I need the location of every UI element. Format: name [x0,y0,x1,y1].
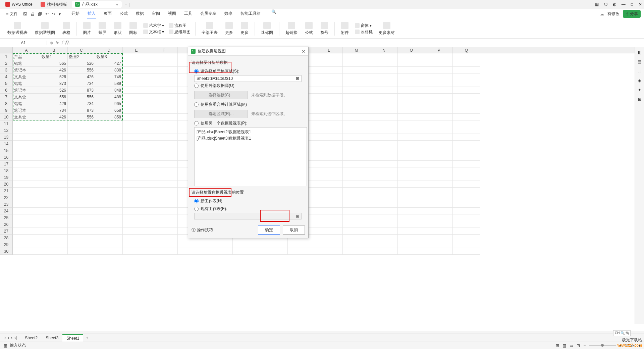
cell[interactable]: 笔记本 [13,67,40,73]
radio-multi[interactable]: 使用多重合并计算区域(M) [192,101,305,108]
row-header[interactable]: 18 [0,167,13,174]
cell[interactable] [398,174,425,181]
cell[interactable] [398,127,425,134]
cell[interactable] [95,228,123,235]
cell[interactable] [315,120,343,127]
cell[interactable] [398,107,425,114]
cell[interactable] [343,60,370,67]
cell[interactable] [343,73,370,80]
cell[interactable] [95,248,123,255]
cell[interactable]: 铅笔 [13,60,40,67]
cell[interactable] [398,181,425,188]
cell[interactable] [343,248,370,255]
cell[interactable] [370,161,398,167]
cell[interactable] [123,141,150,147]
cell[interactable]: 873 [68,87,95,94]
cell[interactable] [315,94,343,100]
cell[interactable] [425,248,453,255]
cell[interactable] [453,167,480,174]
rb-pivottable[interactable]: 数据透视表 [5,22,30,36]
cell[interactable] [343,114,370,120]
cell[interactable] [260,241,288,248]
cell[interactable] [370,208,398,214]
cell[interactable] [343,188,370,194]
tab-efficiency[interactable]: 效率 [224,9,233,18]
cell[interactable] [123,154,150,161]
cell[interactable]: 笔记本 [13,107,40,114]
cell[interactable] [205,248,233,255]
cell[interactable] [343,94,370,100]
rb-flowchart[interactable]: 流程图 [169,23,191,29]
cell[interactable] [123,235,150,241]
cell[interactable] [315,67,343,73]
cell[interactable] [370,228,398,235]
cell[interactable] [343,174,370,181]
col-header[interactable]: F [150,47,178,53]
list-item[interactable]: [产品.xlsx]Sheet3!数据透视表1 [196,135,305,142]
radio-input[interactable] [194,207,199,211]
slider-thumb[interactable] [601,344,604,347]
cell[interactable] [370,174,398,181]
cell[interactable] [13,147,40,154]
rb-allcharts[interactable]: 全部图表 [199,22,220,36]
col-header[interactable]: P [425,47,453,53]
cell[interactable]: 589 [95,80,123,87]
cell[interactable] [453,73,480,80]
cell[interactable] [123,241,150,248]
cell[interactable] [343,127,370,134]
rb-equation[interactable]: 公式 [302,22,316,36]
cell[interactable] [398,114,425,120]
cell[interactable]: 426 [40,67,68,73]
cell[interactable] [453,87,480,94]
cell[interactable] [68,134,95,141]
col-header[interactable]: Q [453,47,480,53]
cell[interactable] [178,248,205,255]
rb-symbol[interactable]: 符号 [318,22,331,36]
cell[interactable]: 526 [40,87,68,94]
cell[interactable] [425,241,453,248]
cell[interactable] [150,154,178,161]
radio-input[interactable] [194,69,199,73]
cell[interactable] [453,107,480,114]
cell[interactable] [398,214,425,221]
cell[interactable] [398,100,425,107]
cell[interactable] [370,87,398,94]
cell[interactable] [370,120,398,127]
search-icon[interactable]: 🔍 [271,9,276,18]
cell[interactable] [398,80,425,87]
cell[interactable] [425,87,453,94]
row-header[interactable]: 4 [0,73,13,80]
cell[interactable]: 铅笔 [13,80,40,87]
cell[interactable] [95,127,123,134]
cell[interactable] [123,67,150,73]
col-header[interactable]: C [68,47,95,53]
cell[interactable] [425,188,453,194]
cell[interactable] [95,141,123,147]
cell[interactable] [95,208,123,214]
cell[interactable] [343,214,370,221]
row-header[interactable]: 30 [0,248,13,255]
cell[interactable] [68,167,95,174]
cell[interactable] [40,134,68,141]
tab-formula[interactable]: 公式 [119,9,128,18]
cell[interactable] [398,94,425,100]
cell[interactable] [398,147,425,154]
cell[interactable] [68,154,95,161]
cell[interactable] [95,241,123,248]
cell[interactable]: 873 [40,80,68,87]
cell[interactable] [315,194,343,201]
cell[interactable] [343,120,370,127]
cell[interactable] [40,241,68,248]
cell[interactable] [13,221,40,228]
cell[interactable] [40,248,68,255]
cell[interactable] [150,114,178,120]
cell[interactable] [398,228,425,235]
cell[interactable] [13,228,40,235]
cell[interactable] [95,167,123,174]
cell[interactable] [150,208,178,214]
cell[interactable] [68,188,95,194]
cell[interactable] [315,87,343,94]
cell[interactable]: 556 [68,114,95,120]
cell[interactable]: 文具盒 [13,114,40,120]
cell[interactable] [123,53,150,60]
